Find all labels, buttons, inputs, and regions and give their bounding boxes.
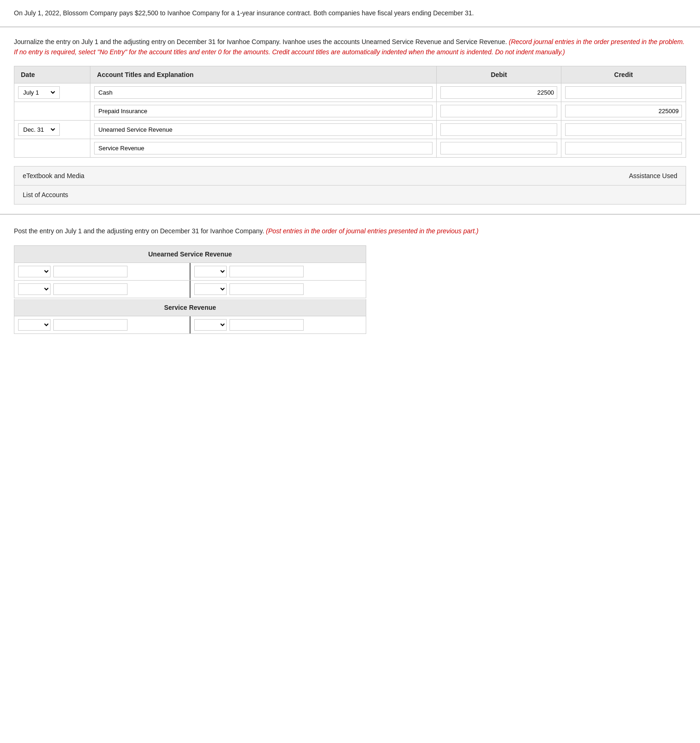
credit-input-1[interactable] [565,86,682,99]
ledger-sr-amount-input-2[interactable] [229,319,304,331]
ledger-amount-input-3[interactable] [53,283,127,295]
credit-input-2[interactable] [565,105,682,117]
unearned-service-revenue-ledger: Unearned Service Revenue July 1 Dec. 31 … [14,245,366,298]
part1-section: Journalize the entry on July 1 and the a… [0,27,700,214]
ledger-date-select-2[interactable]: July 1 Dec. 31 [194,266,227,277]
post-instructions: Post the entry on July 1 and the adjusti… [14,226,686,236]
col-header-date: Date [14,66,90,83]
post-instructions-red: (Post entries in the order of journal en… [266,227,478,235]
etextbook-row: eTextbook and Media Assistance Used [14,166,686,186]
account-cell-2 [90,102,437,120]
credit-cell-4 [561,139,686,157]
t-account-left-sr-1: July 1 Dec. 31 [14,316,191,333]
unearned-service-revenue-header: Unearned Service Revenue [14,246,366,263]
part2-section: Post the entry on July 1 and the adjusti… [0,215,700,348]
date-select-1[interactable]: July 1 Dec. 31 [21,89,57,96]
credit-input-3[interactable] [565,123,682,136]
ledger-amount-input-1[interactable] [53,266,127,277]
date-cell-2 [14,102,90,120]
credit-cell-1 [561,83,686,102]
table-row [14,102,686,120]
t-account-left-1: July 1 Dec. 31 [14,263,191,280]
date-cell-4 [14,139,90,157]
account-input-4[interactable] [94,142,433,154]
col-header-credit: Credit [561,66,686,83]
table-row: Dec. 31 July 1 [14,120,686,139]
table-row [14,139,686,157]
etextbook-label: eTextbook and Media [23,172,84,179]
t-account-left-2: July 1 Dec. 31 [14,281,191,298]
account-input-3[interactable] [94,123,433,136]
account-cell-4 [90,139,437,157]
debit-input-3[interactable] [440,123,557,136]
credit-input-4[interactable] [565,142,682,154]
ledger-date-select-1[interactable]: July 1 Dec. 31 [18,266,51,277]
account-cell-1 [90,83,437,102]
list-accounts-row[interactable]: List of Accounts [14,186,686,205]
debit-input-4[interactable] [440,142,557,154]
instructions-plain: Journalize the entry on July 1 and the a… [14,38,507,45]
ledger-sr-date-select-2[interactable]: July 1 Dec. 31 [194,319,227,331]
scenario-text: On July 1, 2022, Blossom Company pays $2… [14,8,686,18]
account-cell-3 [90,120,437,139]
credit-cell-3 [561,120,686,139]
col-header-account: Account Titles and Explanation [90,66,437,83]
debit-input-1[interactable] [440,86,557,99]
ledger-row: July 1 Dec. 31 July 1 Dec. 31 [14,281,366,298]
t-account-right-sr-1: July 1 Dec. 31 [191,316,366,333]
t-account-right-1: July 1 Dec. 31 [191,263,366,280]
debit-cell-4 [437,139,561,157]
date-select-wrapper-1[interactable]: July 1 Dec. 31 [18,86,60,99]
service-revenue-header: Service Revenue [14,299,366,316]
date-select-wrapper-3[interactable]: Dec. 31 July 1 [18,123,60,136]
t-account-right-2: July 1 Dec. 31 [191,281,366,298]
debit-cell-2 [437,102,561,120]
service-revenue-ledger: Service Revenue July 1 Dec. 31 July 1 De… [14,299,366,334]
date-select-3[interactable]: Dec. 31 July 1 [21,126,57,134]
ledger-row: July 1 Dec. 31 July 1 Dec. 31 [14,263,366,281]
ledger-sr-amount-input-1[interactable] [53,319,127,331]
ledger-amount-input-4[interactable] [229,283,304,295]
ledger-sr-date-select-1[interactable]: July 1 Dec. 31 [18,319,51,331]
date-cell-3: Dec. 31 July 1 [14,120,90,139]
scenario-section: On July 1, 2022, Blossom Company pays $2… [0,0,700,27]
account-input-1[interactable] [94,86,433,99]
date-cell-1: July 1 Dec. 31 [14,83,90,102]
debit-cell-1 [437,83,561,102]
ledger-amount-input-2[interactable] [229,266,304,277]
credit-cell-2 [561,102,686,120]
ledger-row: July 1 Dec. 31 July 1 Dec. 31 [14,316,366,333]
debit-cell-3 [437,120,561,139]
ledger-date-select-3[interactable]: July 1 Dec. 31 [18,283,51,295]
journal-table: Date Account Titles and Explanation Debi… [14,66,686,158]
part1-instructions: Journalize the entry on July 1 and the a… [14,37,686,58]
account-input-2[interactable] [94,105,433,117]
post-instructions-plain: Post the entry on July 1 and the adjusti… [14,227,264,235]
debit-input-2[interactable] [440,105,557,117]
col-header-debit: Debit [437,66,561,83]
assistance-label: Assistance Used [629,172,677,179]
list-accounts-label: List of Accounts [23,191,68,199]
ledger-date-select-4[interactable]: July 1 Dec. 31 [194,283,227,295]
table-row: July 1 Dec. 31 [14,83,686,102]
